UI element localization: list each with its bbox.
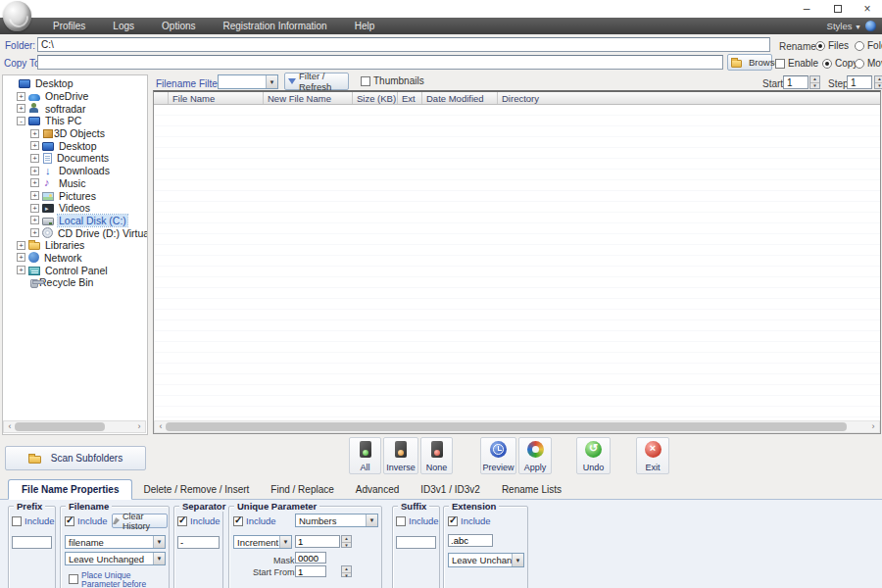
separator-include-checkbox[interactable]: Include xyxy=(177,515,220,526)
select-inverse-button[interactable]: Inverse xyxy=(383,437,418,474)
tree-item-desktop[interactable]: Desktop xyxy=(3,77,147,90)
chevron-down-icon[interactable]: ▼ xyxy=(153,536,165,548)
rename-folders-radio[interactable]: Folders xyxy=(855,40,882,51)
unique-mode-dropdown[interactable]: Increment ▼ xyxy=(233,535,292,549)
unique-include-checkbox[interactable]: Include xyxy=(233,515,276,526)
tree-item-libraries[interactable]: + Libraries xyxy=(3,239,147,252)
tab-id3v1-id3v2[interactable]: ID3v1 / ID3v2 xyxy=(410,481,491,499)
filename-case-dropdown[interactable]: Leave Unchanged ▼ xyxy=(65,552,166,565)
tree-item-control-panel[interactable]: + Control Panel xyxy=(3,264,147,276)
scroll-thumb[interactable] xyxy=(166,422,847,431)
step-input[interactable] xyxy=(847,75,872,89)
separator-input[interactable] xyxy=(177,536,220,549)
column-ext[interactable]: Ext xyxy=(398,92,422,104)
apply-button[interactable]: Apply xyxy=(518,437,552,474)
file-list-horizontal-scrollbar[interactable]: ‹ › xyxy=(154,420,880,433)
enable-checkbox[interactable]: Enable xyxy=(775,58,818,69)
prefix-include-checkbox[interactable]: Include xyxy=(12,515,55,526)
prefix-input[interactable] xyxy=(12,536,52,549)
clear-history-button[interactable]: Clear History xyxy=(112,514,168,528)
chevron-down-icon[interactable]: ▼ xyxy=(153,553,165,564)
tree-item-music[interactable]: + Music xyxy=(3,177,147,190)
expander-icon[interactable]: + xyxy=(30,216,39,224)
suffix-input[interactable] xyxy=(396,536,436,549)
chevron-down-icon[interactable]: ▼ xyxy=(266,75,277,88)
expander-icon[interactable]: + xyxy=(30,191,39,200)
filename-filter-combo[interactable]: ▼ xyxy=(218,74,278,89)
copyto-input[interactable] xyxy=(37,55,723,70)
copy-radio[interactable]: Copy xyxy=(822,58,858,69)
menu-options[interactable]: Options xyxy=(148,18,209,34)
start-input[interactable] xyxy=(783,75,808,89)
expander-icon[interactable]: + xyxy=(30,178,39,187)
minimize-button[interactable]: – xyxy=(792,1,821,17)
chevron-down-icon[interactable]: ▼ xyxy=(279,536,291,548)
scroll-left-icon[interactable]: ‹ xyxy=(5,421,15,432)
tree-item-cd-drive-d[interactable]: + CD Drive (D:) VirtualBox Gu xyxy=(3,226,147,239)
start-spinner[interactable]: ▲▼ xyxy=(809,75,820,89)
tree-item-local-disk-c[interactable]: + Local Disk (C:) xyxy=(3,215,147,227)
filename-source-dropdown[interactable]: filename ▼ xyxy=(65,535,166,549)
scroll-right-icon[interactable]: › xyxy=(134,421,144,432)
step-spinner[interactable]: ▲▼ xyxy=(874,75,882,89)
tree-item-documents[interactable]: + Documents xyxy=(3,152,147,165)
folder-input[interactable] xyxy=(37,37,770,52)
tree-item-desktop-sub[interactable]: + Desktop xyxy=(3,139,147,152)
select-none-button[interactable]: None xyxy=(420,437,453,474)
expander-icon[interactable]: + xyxy=(30,204,39,213)
expander-icon[interactable]: + xyxy=(30,167,39,175)
column-directory[interactable]: Directory xyxy=(498,92,880,104)
tree-item-network[interactable]: + Network xyxy=(3,252,147,265)
expander-icon[interactable]: - xyxy=(17,117,25,125)
extension-include-checkbox[interactable]: Include xyxy=(448,515,491,526)
maximize-button[interactable] xyxy=(823,1,853,17)
expander-icon[interactable]: + xyxy=(30,129,39,138)
expander-icon[interactable]: + xyxy=(17,92,25,101)
suffix-include-checkbox[interactable]: Include xyxy=(396,515,439,526)
tree-item-videos[interactable]: + Videos xyxy=(3,202,147,215)
scan-subfolders-button[interactable]: Scan Subfolders xyxy=(5,446,146,470)
scroll-right-icon[interactable]: › xyxy=(868,421,878,432)
expander-icon[interactable]: + xyxy=(17,266,25,274)
tree-item-downloads[interactable]: + Downloads xyxy=(3,165,147,177)
styles-dropdown[interactable]: Styles ▼ xyxy=(827,18,861,34)
column-select[interactable] xyxy=(154,92,169,104)
menu-registration-information[interactable]: Registration Information xyxy=(210,18,341,34)
rename-files-radio[interactable]: Files xyxy=(815,40,849,51)
start-from-spinner[interactable]: ▲▼ xyxy=(341,565,352,577)
tree-item-pictures[interactable]: + Pictures xyxy=(3,189,147,202)
file-list-body[interactable] xyxy=(154,105,880,419)
browse-button[interactable]: Browse xyxy=(727,54,772,71)
filter-refresh-button[interactable]: Filter / Refresh xyxy=(284,73,349,90)
column-date-modified[interactable]: Date Modified xyxy=(422,92,498,104)
tab-rename-lists[interactable]: Rename Lists xyxy=(491,481,572,499)
tree-item-softradar[interactable]: + softradar xyxy=(3,102,147,115)
expander-icon[interactable]: + xyxy=(17,241,25,250)
exit-button[interactable]: × Exit xyxy=(636,437,669,474)
close-button[interactable]: × xyxy=(853,1,882,17)
start-from-input[interactable] xyxy=(295,565,326,577)
extension-input[interactable] xyxy=(448,534,493,547)
column-size-kb[interactable]: Size (KB) xyxy=(353,92,398,104)
tree-item-this-pc[interactable]: - This PC xyxy=(3,115,147,127)
tab-file-name-properties[interactable]: File Name Properties xyxy=(8,479,132,500)
unique-increment-spinner[interactable]: ▲▼ xyxy=(341,535,352,548)
expander-icon[interactable]: + xyxy=(30,154,39,163)
column-file-name[interactable]: File Name xyxy=(169,92,264,104)
tree-item-onedrive[interactable]: + OneDrive xyxy=(3,90,147,103)
expander-icon[interactable]: + xyxy=(30,141,39,150)
expander-icon[interactable]: + xyxy=(17,253,25,262)
mask-input[interactable] xyxy=(295,552,326,564)
menu-help[interactable]: Help xyxy=(341,18,389,34)
place-unique-checkbox[interactable]: Place Unique Parameter before Filename xyxy=(69,571,167,588)
tab-delete-remove-insert[interactable]: Delete / Remove / Insert xyxy=(132,481,260,499)
tab-find-replace[interactable]: Find / Replace xyxy=(260,481,344,499)
preview-button[interactable]: Preview xyxy=(480,437,516,474)
expander-icon[interactable]: + xyxy=(30,228,39,237)
filename-include-checkbox[interactable]: Include xyxy=(65,515,108,526)
extension-case-dropdown[interactable]: Leave Unchanged ▼ xyxy=(448,553,524,567)
chevron-down-icon[interactable]: ▼ xyxy=(512,554,523,566)
select-all-button[interactable]: All xyxy=(349,437,381,474)
thumbnails-checkbox[interactable]: Thumbnails xyxy=(361,75,424,86)
scroll-thumb[interactable] xyxy=(15,422,105,431)
